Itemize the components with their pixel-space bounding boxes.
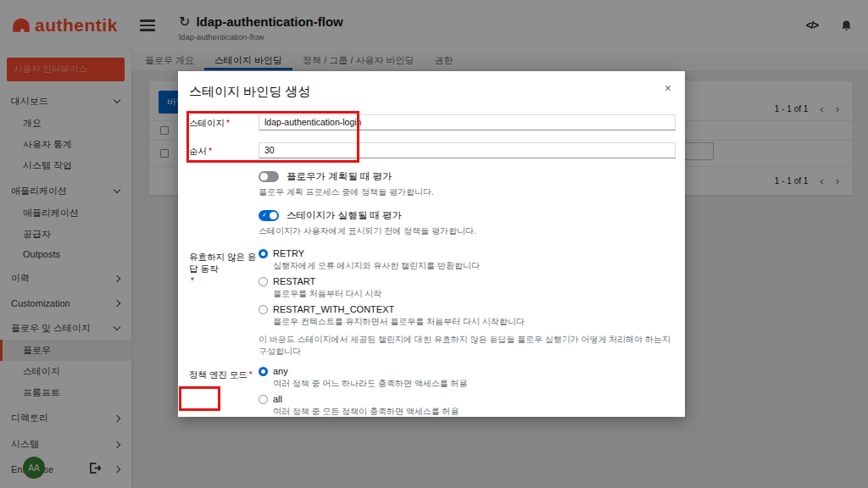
- radio-restart[interactable]: RESTART: [259, 276, 676, 286]
- evaluate-on-run-desc: 스테이지가 사용자에게 표시되기 전에 정책을 평가합니다.: [259, 225, 676, 237]
- radio-any-desc: 여러 정책 중 어느 하나라도 충족하면 액세스를 허용: [273, 378, 676, 390]
- evaluate-on-plan-desc: 플로우 계획 프로세스 중에 정책을 평가합니다.: [259, 186, 676, 198]
- radio-selected-icon: [259, 249, 268, 258]
- create-stage-binding-modal: 스테이지 바인딩 생성 × 스테이지* ldap-authentication-…: [178, 71, 685, 417]
- evaluate-on-run-toggle[interactable]: ✓: [259, 210, 279, 221]
- order-input[interactable]: 30: [259, 142, 676, 158]
- radio-unselected-icon: [259, 395, 268, 404]
- evaluate-on-run-label: 스테이지가 실행될 때 평가: [287, 209, 402, 222]
- policy-engine-mode-label: 정책 엔진 모드*: [189, 366, 259, 417]
- invalid-response-help: 이 바운드 스테이지에서 제공된 챌린지에 대한 유효하지 않은 응답을 플로우…: [259, 334, 676, 358]
- radio-unselected-icon: [259, 305, 268, 314]
- radio-unselected-icon: [259, 277, 268, 286]
- modal-title: 스테이지 바인딩 생성: [189, 84, 671, 100]
- radio-restart-with-context[interactable]: RESTART_WITH_CONTEXT: [259, 304, 676, 314]
- evaluate-on-plan-label: 플로우가 계획될 때 평가: [287, 170, 392, 183]
- close-icon[interactable]: ×: [665, 82, 671, 94]
- radio-any[interactable]: any: [259, 366, 676, 376]
- order-field-label: 순서*: [189, 142, 259, 158]
- check-icon: ✓: [262, 210, 267, 221]
- radio-retry-desc: 실행자에게 오류 메시지와 유사한 챌린지를 반환합니다: [273, 260, 676, 272]
- radio-selected-icon: [259, 367, 268, 376]
- evaluate-on-plan-toggle[interactable]: [259, 171, 279, 182]
- radio-all-desc: 여러 정책 중 모든 정책이 충족하면 액세스를 허용: [273, 406, 676, 417]
- stage-field-label: 스테이지*: [189, 114, 259, 130]
- radio-restart-with-context-desc: 플로우 컨텍스트를 유지하면서 플로우를 처음부터 다시 시작합니다: [273, 316, 676, 328]
- radio-retry[interactable]: RETRY: [259, 248, 676, 258]
- radio-restart-desc: 플로우를 처음부터 다시 시작: [273, 288, 676, 300]
- invalid-response-label: 유효하지 않은 응답 동작*: [189, 248, 259, 358]
- radio-all[interactable]: all: [259, 394, 676, 404]
- stage-select[interactable]: ldap-authentication-login: [259, 114, 676, 130]
